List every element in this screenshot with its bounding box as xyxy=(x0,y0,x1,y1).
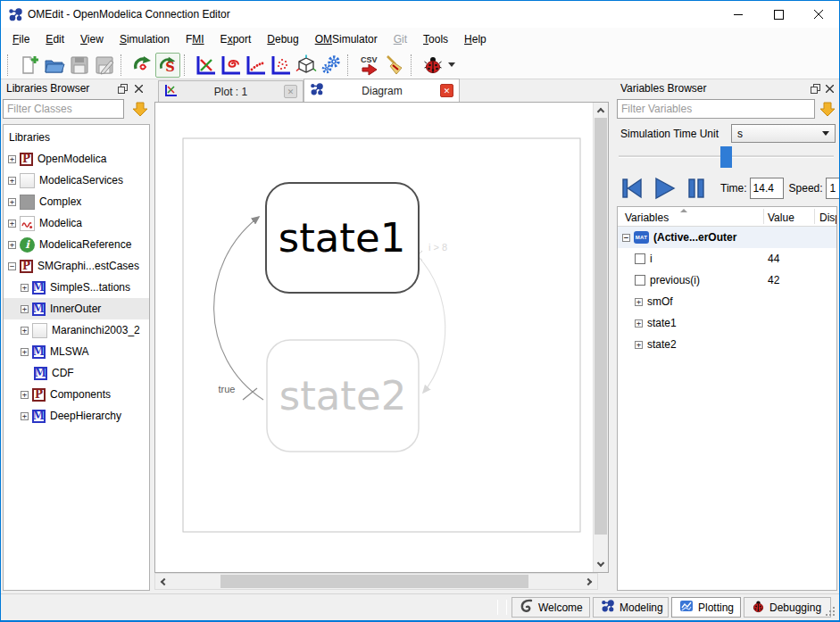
horizontal-scroll-thumb[interactable] xyxy=(220,575,528,588)
menu-export[interactable]: Export xyxy=(212,29,260,49)
expander-icon[interactable]: − xyxy=(622,234,630,242)
library-item-deephierarchy[interactable]: +MDeepHierarchy xyxy=(4,405,149,427)
menu-help[interactable]: Help xyxy=(456,29,495,49)
library-item-openmodelica[interactable]: +POpenModelica xyxy=(4,148,149,170)
close-panel-icon[interactable] xyxy=(132,82,145,95)
library-item-smgraphi-estcases[interactable]: −PSMGraphi...estCases xyxy=(4,255,149,277)
close-panel-icon[interactable] xyxy=(823,82,836,95)
expander-icon[interactable]: + xyxy=(21,348,29,356)
expander-icon[interactable]: + xyxy=(8,155,16,163)
debug-button[interactable] xyxy=(420,53,445,78)
float-panel-icon[interactable] xyxy=(809,82,821,95)
variable-row-i[interactable]: i44 xyxy=(618,248,836,270)
tab-plot[interactable]: Plot : 1 ✕ xyxy=(158,80,304,102)
expander-icon[interactable]: + xyxy=(635,341,643,349)
menu-debug[interactable]: Debug xyxy=(259,29,306,49)
3d-visualization-button[interactable] xyxy=(294,53,319,78)
save-button[interactable] xyxy=(67,53,92,78)
menu-view[interactable]: View xyxy=(72,29,112,49)
expander-icon[interactable]: + xyxy=(21,412,29,420)
rewind-button[interactable] xyxy=(619,174,645,203)
plot-variable-checkbox[interactable] xyxy=(635,275,645,286)
tab-diagram[interactable]: Diagram ✕ xyxy=(304,79,460,102)
expander-icon[interactable]: + xyxy=(21,284,29,292)
diagram-tab-close-icon[interactable]: ✕ xyxy=(440,84,453,97)
re-simulate-setup-button[interactable]: S xyxy=(155,53,180,78)
filter-scroll-arrow-icon[interactable] xyxy=(132,101,148,117)
library-item-simples-tations[interactable]: +MSimpleS...tations xyxy=(4,277,149,298)
variable-row-active-erouter[interactable]: −MAT(Active...erOuter xyxy=(618,227,836,248)
scroll-left-icon[interactable] xyxy=(155,574,170,589)
plotting-perspective-button[interactable]: Plotting xyxy=(671,597,741,618)
transition-state2-to-state1[interactable] xyxy=(214,217,263,400)
close-button[interactable] xyxy=(799,1,839,28)
library-item-cdf[interactable]: MCDF xyxy=(4,362,149,384)
library-item-modelicaservices[interactable]: +ModelicaServices xyxy=(4,170,149,191)
new-array-plot-window-button[interactable] xyxy=(244,53,269,78)
play-button[interactable] xyxy=(651,174,678,203)
float-panel-icon[interactable] xyxy=(116,82,129,95)
modeling-perspective-button[interactable]: Modeling xyxy=(593,597,669,618)
new-plot-window-button[interactable] xyxy=(194,53,219,78)
menu-omsimulator[interactable]: OMSimulator xyxy=(307,29,386,49)
title-bar[interactable]: OMEdit - OpenModelica Connection Editor xyxy=(1,1,839,28)
filter-variables-input[interactable] xyxy=(617,99,815,119)
libraries-root[interactable]: Libraries xyxy=(4,127,149,148)
variables-tree-header[interactable]: Variables Value Displ xyxy=(618,207,836,227)
library-item-maraninchi2003-2[interactable]: +Maraninchi2003_2 xyxy=(4,319,149,341)
library-item-modelicareference[interactable]: +iModelicaReference xyxy=(4,234,149,255)
menu-file[interactable]: File xyxy=(4,29,37,49)
menu-fmi[interactable]: FMI xyxy=(178,29,212,49)
scroll-down-icon[interactable] xyxy=(594,557,608,572)
new-modelica-class-button[interactable] xyxy=(17,53,42,78)
vertical-scrollbar[interactable] xyxy=(593,103,608,572)
debugging-perspective-button[interactable]: Debugging xyxy=(744,597,831,618)
scroll-right-icon[interactable] xyxy=(582,574,597,589)
variable-row-state2[interactable]: +state2 xyxy=(618,334,836,355)
speed-combobox[interactable]: 1 xyxy=(826,178,840,199)
library-item-complex[interactable]: +Complex xyxy=(4,191,149,212)
expander-icon[interactable]: + xyxy=(635,298,643,306)
time-slider-thumb[interactable] xyxy=(720,146,732,168)
time-unit-combobox[interactable]: s xyxy=(731,124,836,143)
variable-row-previous-i[interactable]: previous(i)42 xyxy=(618,270,836,291)
transition-state1-to-state2[interactable] xyxy=(418,256,445,393)
expander-icon[interactable]: − xyxy=(8,262,16,270)
save-as-button[interactable] xyxy=(92,53,117,78)
column-separator[interactable] xyxy=(763,209,764,224)
library-item-mlswa[interactable]: +MMLSWA xyxy=(4,341,149,362)
filter-classes-input[interactable] xyxy=(3,99,124,119)
variable-row-state1[interactable]: +state1 xyxy=(618,312,836,334)
expander-icon[interactable]: + xyxy=(8,241,16,249)
animation-button[interactable] xyxy=(319,53,344,78)
expander-icon[interactable]: + xyxy=(8,177,16,185)
expander-icon[interactable]: + xyxy=(21,391,29,399)
column-separator[interactable] xyxy=(814,209,815,224)
re-simulate-button[interactable] xyxy=(130,53,155,78)
variable-row-smof[interactable]: +smOf xyxy=(618,291,836,312)
resize-grip[interactable] xyxy=(826,607,836,618)
clean-button[interactable] xyxy=(382,53,407,78)
library-item-innerouter[interactable]: +MInnerOuter xyxy=(4,298,149,319)
new-array-parametric-plot-window-button[interactable] xyxy=(269,53,294,78)
expander-icon[interactable]: + xyxy=(635,319,643,328)
minimize-button[interactable] xyxy=(719,1,759,28)
expander-icon[interactable]: + xyxy=(21,305,29,313)
menu-simulation[interactable]: Simulation xyxy=(112,29,178,49)
maximize-button[interactable] xyxy=(759,1,799,28)
horizontal-scrollbar[interactable] xyxy=(154,573,598,590)
new-parametric-plot-window-button[interactable] xyxy=(219,53,244,78)
export-csv-button[interactable]: CSV xyxy=(357,53,382,78)
expander-icon[interactable]: + xyxy=(8,198,16,206)
expander-icon[interactable]: + xyxy=(21,327,29,335)
scroll-up-icon[interactable] xyxy=(594,103,608,118)
menu-tools[interactable]: Tools xyxy=(415,29,456,49)
time-input[interactable] xyxy=(750,178,784,199)
diagram-canvas[interactable]: true i > 8 state1 state2 xyxy=(154,102,609,573)
plot-variable-checkbox[interactable] xyxy=(635,253,645,264)
debug-dropdown-arrow[interactable] xyxy=(448,62,455,67)
plot-tab-close-icon[interactable]: ✕ xyxy=(284,85,297,98)
expander-icon[interactable]: + xyxy=(8,220,16,228)
filter-scroll-arrow-icon[interactable] xyxy=(819,101,836,117)
vertical-scroll-thumb[interactable] xyxy=(595,118,607,535)
